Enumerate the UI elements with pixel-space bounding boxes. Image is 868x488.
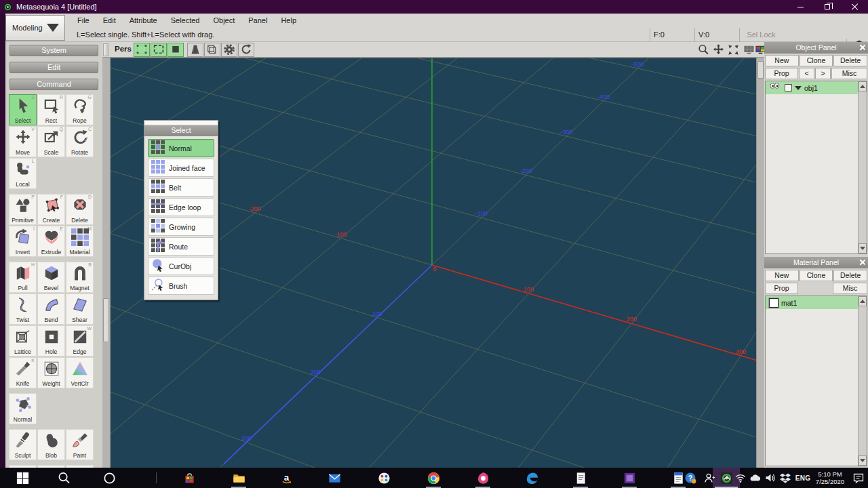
- tool-button-vertclr[interactable]: VertClr: [66, 357, 94, 388]
- menu-item-edit[interactable]: Edit: [96, 14, 123, 28]
- object-list-scroll-up-button[interactable]: [859, 81, 867, 92]
- menu-item-panel[interactable]: Panel: [241, 14, 274, 28]
- tool-button-invert[interactable]: IInvert: [9, 226, 37, 257]
- left-splitter[interactable]: [102, 58, 111, 468]
- tool-button-create[interactable]: FCreate: [37, 194, 65, 225]
- close-button[interactable]: [841, 0, 868, 14]
- tool-button-edge[interactable]: WEdge: [66, 325, 94, 357]
- menu-item-selected[interactable]: Selected: [164, 14, 207, 28]
- material-color-swatch[interactable]: [769, 298, 778, 308]
- tray-wifi-button[interactable]: [734, 472, 747, 484]
- select-mode-route[interactable]: Route: [148, 237, 214, 256]
- tool-button-rotate[interactable]: CRotate: [66, 126, 94, 157]
- pan-view-button[interactable]: [711, 43, 726, 57]
- tray-chevron-up-button[interactable]: [720, 472, 734, 484]
- menu-item-help[interactable]: Help: [274, 14, 303, 28]
- object-list-scroll-down-button[interactable]: [859, 243, 867, 253]
- select-mode-belt[interactable]: Belt: [148, 178, 214, 197]
- shaded-display-toggle-button[interactable]: [187, 43, 203, 57]
- material-delete-button[interactable]: Delete: [833, 270, 867, 281]
- sel-lock-toggle[interactable]: Sel Lock: [739, 28, 783, 42]
- taskbar-start-button[interactable]: [9, 468, 36, 488]
- select-dialog-title[interactable]: Select: [144, 125, 218, 136]
- object-panel-close-icon[interactable]: [858, 43, 866, 52]
- maximize-button[interactable]: [814, 0, 841, 14]
- view-settings-button[interactable]: [221, 43, 237, 57]
- edge-select-mode-button[interactable]: [151, 43, 167, 57]
- tool-button-extrude[interactable]: EExtrude: [37, 226, 65, 257]
- edit-panel-button[interactable]: Edit: [9, 62, 98, 73]
- taskbar-edge-button[interactable]: [518, 468, 545, 488]
- tool-button-move[interactable]: VMove: [9, 126, 37, 157]
- object-row[interactable]: obj1: [766, 81, 867, 94]
- tool-button-scale[interactable]: QScale: [37, 126, 65, 157]
- object-prev-button[interactable]: <: [799, 68, 814, 79]
- tray-help-button[interactable]: ?: [684, 472, 697, 484]
- material-list-scroll-down-button[interactable]: [859, 455, 867, 466]
- right-splitter[interactable]: [756, 58, 764, 468]
- tray-onedrive-button[interactable]: [748, 472, 762, 484]
- tool-button-sculpt[interactable]: Sculpt: [9, 429, 37, 460]
- object-next-button[interactable]: >: [815, 68, 831, 79]
- menu-item-object[interactable]: Object: [206, 14, 241, 28]
- toolbar-grip[interactable]: [103, 43, 108, 56]
- select-mode-growing[interactable]: Growing: [148, 218, 214, 236]
- tool-button-knife[interactable]: KKnife: [9, 357, 37, 388]
- select-mode-brush[interactable]: Brush: [148, 277, 214, 295]
- tool-button-magnet[interactable]: BMagnet: [66, 262, 94, 293]
- tool-button-pull[interactable]: HPull: [9, 262, 37, 293]
- orbit-view-button[interactable]: [726, 43, 741, 57]
- tool-button-material[interactable]: MMaterial: [66, 226, 94, 257]
- object-new-button[interactable]: New: [765, 55, 799, 66]
- mode-selector-dropdown[interactable]: Modeling: [5, 15, 65, 41]
- select-mode-edge-loop[interactable]: Edge loop: [148, 198, 214, 216]
- select-mode-curobj[interactable]: CurObj: [148, 257, 214, 275]
- material-list-scroll-up-button[interactable]: [859, 296, 867, 306]
- select-dialog-grab[interactable]: [144, 121, 218, 125]
- taskbar-amazon-button[interactable]: a: [273, 468, 300, 488]
- material-panel-header[interactable]: Material Panel: [764, 257, 868, 268]
- material-row[interactable]: mat1: [766, 296, 867, 309]
- menu-item-attribute[interactable]: Attribute: [123, 14, 164, 28]
- taskbar-search-button[interactable]: [50, 468, 77, 488]
- object-panel-header[interactable]: Object Panel: [764, 42, 868, 54]
- tool-button-primitive[interactable]: PPrimitive: [9, 194, 37, 225]
- tool-button-twist[interactable]: Twist: [9, 293, 37, 325]
- select-mode-joined-face[interactable]: Joined face: [148, 159, 214, 177]
- taskbar-chrome-button[interactable]: [420, 468, 447, 488]
- object-list-scrollbar[interactable]: [858, 81, 867, 253]
- tray-language-button[interactable]: ENG: [793, 472, 812, 484]
- tool-button-bend[interactable]: Bend: [37, 293, 65, 325]
- tray-dropbox-button[interactable]: [778, 472, 792, 484]
- material-list-scrollbar[interactable]: [858, 296, 867, 466]
- tray-notifications-button[interactable]: [852, 472, 865, 484]
- expand-caret-icon[interactable]: [795, 86, 802, 90]
- select-mode-normal[interactable]: Normal: [148, 139, 214, 157]
- taskbar-store-button[interactable]: [176, 468, 203, 488]
- tray-people-button[interactable]: [703, 472, 716, 484]
- material-new-button[interactable]: New: [765, 270, 799, 281]
- object-misc-button[interactable]: Misc: [831, 68, 867, 79]
- tool-button-normal[interactable]: Normal: [9, 393, 37, 424]
- object-delete-button[interactable]: Delete: [833, 55, 867, 66]
- face-select-mode-button[interactable]: [167, 43, 184, 57]
- tool-button-lattice[interactable]: Lattice: [9, 325, 37, 357]
- tool-button-rope[interactable]: GRope: [66, 94, 94, 125]
- left-splitter-thumb[interactable]: [103, 298, 109, 342]
- right-splitter-thumb[interactable]: [757, 61, 764, 79]
- visibility-eyes-icon[interactable]: [768, 82, 782, 94]
- tool-button-paint[interactable]: Paint: [66, 429, 94, 460]
- system-panel-button[interactable]: System: [9, 45, 98, 56]
- object-clone-button[interactable]: Clone: [800, 55, 833, 66]
- taskbar-purple-app-button[interactable]: [616, 468, 643, 488]
- taskbar-paint3d-button[interactable]: [370, 468, 397, 488]
- tool-button-blob[interactable]: Blob: [37, 429, 65, 460]
- object-lock-checkbox[interactable]: [785, 84, 792, 92]
- tool-button-hole[interactable]: Hole: [37, 325, 65, 357]
- vertex-select-mode-button[interactable]: [134, 43, 150, 57]
- tool-button-delete[interactable]: DDelete: [66, 194, 94, 225]
- refresh-view-button[interactable]: [238, 43, 254, 57]
- menu-item-file[interactable]: File: [71, 14, 96, 28]
- tool-button-bevel[interactable]: Bevel: [37, 262, 65, 293]
- tool-button-rect[interactable]: RRect: [37, 94, 65, 125]
